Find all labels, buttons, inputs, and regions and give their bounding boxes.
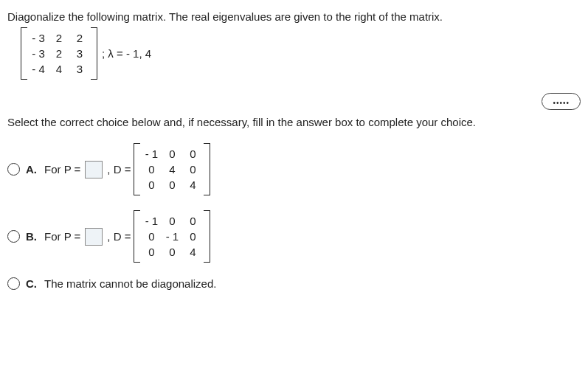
overflow-button[interactable]: •••••	[542, 93, 581, 110]
m-cell: 3	[69, 61, 90, 77]
m-cell: 2	[49, 30, 69, 46]
m-cell: - 1	[141, 213, 162, 229]
choice-b-forp: For P =	[44, 230, 80, 243]
instruction-text: Select the correct choice below and, if …	[7, 116, 581, 128]
m-cell: 4	[182, 244, 203, 260]
m-cell: 0	[182, 213, 203, 229]
radio-c[interactable]	[7, 277, 20, 290]
m-cell: - 1	[162, 229, 182, 244]
choice-a-label: A.	[26, 163, 37, 176]
m-cell: 0	[182, 146, 203, 162]
m-cell: 0	[141, 229, 162, 244]
choice-a-d-matrix: - 100 040 004	[134, 143, 210, 195]
m-cell: 0	[162, 213, 182, 229]
m-cell: 0	[141, 162, 162, 177]
choice-c-text: The matrix cannot be diagonalized.	[44, 277, 216, 290]
m-cell: - 1	[141, 146, 162, 162]
m-cell: - 4	[28, 61, 49, 77]
m-cell: - 3	[28, 46, 49, 61]
choice-a: A. For P = , D = - 100 040 004	[7, 143, 581, 195]
given-matrix-row: - 322 - 323 - 443 ; λ = - 1, 4	[21, 27, 581, 80]
m-cell: 0	[162, 244, 182, 260]
choice-a-forp: For P =	[44, 163, 80, 176]
choice-b-p-input[interactable]	[85, 228, 103, 246]
m-cell: 0	[182, 229, 203, 244]
choice-a-p-input[interactable]	[85, 161, 103, 178]
dots-icon: •••••	[553, 99, 570, 107]
radio-b[interactable]	[7, 230, 20, 243]
radio-a[interactable]	[7, 163, 20, 176]
m-cell: 4	[49, 61, 69, 77]
choice-a-deq: , D =	[107, 163, 131, 176]
choice-b-label: B.	[26, 230, 37, 243]
question-prompt: Diagonalize the following matrix. The re…	[7, 10, 581, 23]
choice-c-label: C.	[26, 277, 37, 290]
m-cell: 3	[69, 46, 90, 61]
m-cell: 2	[49, 46, 69, 61]
m-cell: 0	[141, 177, 162, 193]
m-cell: 0	[162, 146, 182, 162]
overflow-row: •••••	[7, 93, 581, 110]
m-cell: 4	[162, 162, 182, 177]
given-matrix: - 322 - 323 - 443	[21, 27, 97, 80]
choice-c: C. The matrix cannot be diagonalized.	[7, 277, 581, 290]
choice-b: B. For P = , D = - 100 0- 10 004	[7, 210, 581, 263]
m-cell: 2	[69, 30, 90, 46]
m-cell: 0	[162, 177, 182, 193]
choice-b-d-matrix: - 100 0- 10 004	[134, 210, 210, 263]
m-cell: - 3	[28, 30, 49, 46]
m-cell: 0	[141, 244, 162, 260]
m-cell: 0	[182, 162, 203, 177]
m-cell: 4	[182, 177, 203, 193]
eigenvalues-text: ; λ = - 1, 4	[102, 47, 151, 60]
choice-b-deq: , D =	[107, 230, 131, 243]
